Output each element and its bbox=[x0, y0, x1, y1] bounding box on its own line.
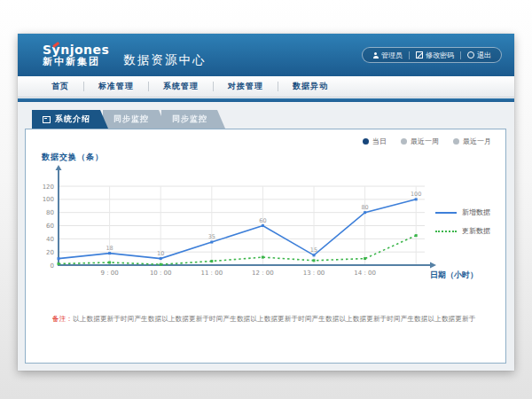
legend-item-updated-data[interactable]: 更新数据 bbox=[435, 226, 490, 236]
nav-item-standard-management[interactable]: 标准管理 bbox=[84, 81, 148, 92]
tab-sync-monitor-2[interactable]: 同步监控 bbox=[161, 110, 225, 129]
radio-label: 最近一周 bbox=[411, 137, 439, 146]
svg-text:20: 20 bbox=[46, 249, 54, 256]
radio-label: 当日 bbox=[372, 137, 387, 146]
svg-text:80: 80 bbox=[361, 204, 368, 211]
footnote-label: 备注： bbox=[52, 315, 73, 323]
radio-last-month[interactable]: 最近一月 bbox=[453, 137, 491, 146]
time-range-filter: 当日 最近一周 最近一月 bbox=[363, 137, 491, 146]
svg-text:80: 80 bbox=[46, 209, 54, 216]
page-title: 数据资源中心 bbox=[123, 42, 206, 68]
footnote-text: 以上数据更新于时间产生数据以上数据更新于时间产生数据以上数据更新于时间产生数据以… bbox=[73, 315, 475, 323]
svg-text:13 : 00: 13 : 00 bbox=[303, 270, 325, 277]
solid-line-swatch bbox=[435, 212, 457, 214]
logo: Synjones 新中新集团 bbox=[43, 43, 109, 67]
power-icon bbox=[467, 51, 474, 59]
legend-label: 新增数据 bbox=[462, 207, 490, 217]
legend-label: 更新数据 bbox=[462, 226, 490, 236]
radio-last-week[interactable]: 最近一周 bbox=[401, 137, 439, 146]
legend-item-new-data[interactable]: 新增数据 bbox=[435, 207, 490, 217]
change-password-label: 修改密码 bbox=[426, 51, 454, 60]
svg-text:60: 60 bbox=[46, 223, 54, 230]
logout-label: 退出 bbox=[477, 51, 491, 60]
document-icon bbox=[43, 116, 51, 123]
edit-icon bbox=[416, 51, 423, 59]
svg-text:120: 120 bbox=[43, 184, 54, 191]
tab-label: 同步监控 bbox=[172, 113, 207, 125]
svg-text:100: 100 bbox=[43, 196, 54, 203]
user-label: 管理员 bbox=[381, 51, 403, 60]
svg-text:11 : 00: 11 : 00 bbox=[200, 270, 223, 277]
nav-item-integration-management[interactable]: 对接管理 bbox=[214, 81, 278, 92]
y-axis-label: 数据交换（条） bbox=[42, 152, 104, 163]
user-icon bbox=[372, 52, 379, 59]
dotted-line-swatch bbox=[435, 231, 457, 232]
tab-label: 同步监控 bbox=[113, 113, 149, 125]
radio-label: 最近一月 bbox=[463, 137, 491, 146]
svg-text:60: 60 bbox=[259, 217, 266, 224]
app-header: Synjones 新中新集团 数据资源中心 管理员 修改密码 退出 bbox=[18, 34, 514, 76]
line-chart: 0204060801001209 : 0010 : 0011 : 0012 : … bbox=[35, 165, 496, 296]
radio-unselected-icon bbox=[401, 138, 407, 145]
footnote: 备注：以上数据更新于时间产生数据以上数据更新于时间产生数据以上数据更新于时间产生… bbox=[52, 315, 497, 324]
content-panel: 当日 最近一周 最近一月 数据交换（条） 0204060801001209 : … bbox=[25, 129, 506, 364]
tab-strip: 系统介绍 同步监控 同步监控 bbox=[32, 110, 225, 129]
svg-text:14 : 00: 14 : 00 bbox=[354, 270, 376, 277]
radio-unselected-icon bbox=[453, 138, 459, 145]
logout-button[interactable]: 退出 bbox=[461, 51, 497, 60]
svg-text:12 : 00: 12 : 00 bbox=[252, 270, 274, 277]
tab-system-intro[interactable]: 系统介绍 bbox=[32, 110, 108, 129]
nav-item-data-changes[interactable]: 数据异动 bbox=[278, 81, 342, 92]
tab-label: 系统介绍 bbox=[55, 113, 90, 125]
nav-accent-bar bbox=[18, 98, 514, 102]
svg-text:40: 40 bbox=[46, 236, 54, 243]
radio-today[interactable]: 当日 bbox=[363, 137, 387, 146]
svg-text:10 : 00: 10 : 00 bbox=[150, 270, 172, 277]
svg-text:35: 35 bbox=[208, 233, 215, 240]
user-menu[interactable]: 管理员 bbox=[366, 51, 409, 60]
svg-text:0: 0 bbox=[51, 262, 54, 270]
chart-legend: 新增数据 更新数据 bbox=[435, 207, 490, 236]
change-password-button[interactable]: 修改密码 bbox=[410, 51, 460, 60]
desktop-background: Synjones 新中新集团 数据资源中心 管理员 修改密码 退出 bbox=[0, 0, 532, 399]
tab-sync-monitor-1[interactable]: 同步监控 bbox=[103, 110, 167, 129]
user-toolbar: 管理员 修改密码 退出 bbox=[362, 47, 502, 63]
svg-text:10: 10 bbox=[157, 250, 164, 257]
nav-item-system-management[interactable]: 系统管理 bbox=[149, 81, 213, 92]
radio-selected-icon bbox=[363, 138, 369, 145]
svg-text:9 : 00: 9 : 00 bbox=[101, 270, 119, 277]
nav-item-home[interactable]: 首页 bbox=[37, 81, 83, 92]
app-window: Synjones 新中新集团 数据资源中心 管理员 修改密码 退出 bbox=[18, 34, 514, 371]
x-axis-label: 日期（小时） bbox=[430, 270, 478, 281]
svg-text:18: 18 bbox=[106, 245, 113, 252]
svg-text:15: 15 bbox=[310, 246, 317, 254]
logo-text-secondary: 新中新集团 bbox=[43, 56, 109, 67]
main-nav: 首页 标准管理 系统管理 对接管理 数据异动 bbox=[18, 76, 514, 98]
svg-text:100: 100 bbox=[411, 191, 421, 198]
